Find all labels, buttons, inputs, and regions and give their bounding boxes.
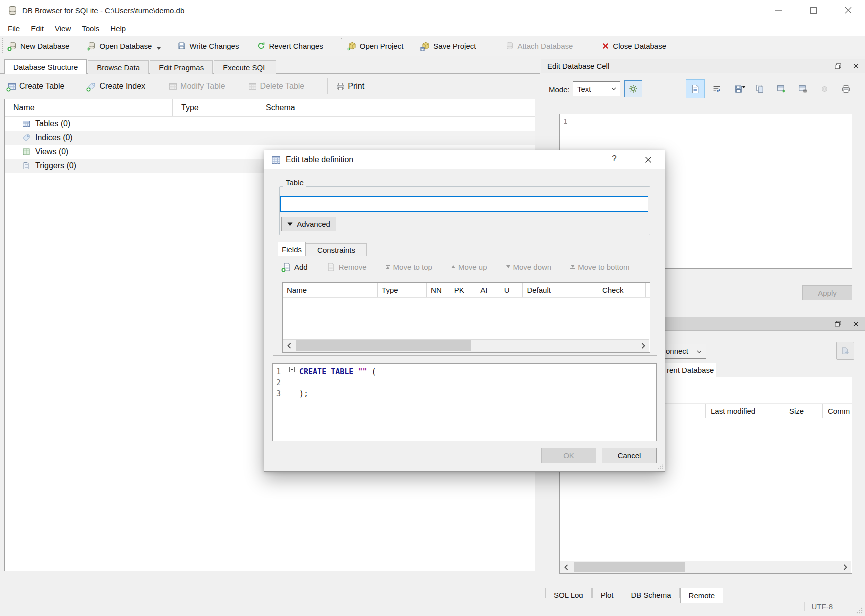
remote-column-commit[interactable]: Comm bbox=[822, 404, 852, 418]
new-database-button[interactable]: New Database bbox=[8, 42, 69, 50]
modify-table-button[interactable]: Modify Table bbox=[168, 82, 225, 91]
resize-grip-icon[interactable] bbox=[856, 607, 863, 614]
maximize-icon[interactable] bbox=[806, 3, 821, 18]
menu-edit[interactable]: Edit bbox=[25, 22, 49, 35]
column-header-schema[interactable]: Schema bbox=[257, 100, 535, 116]
remote-column-last-modified[interactable]: Last modified bbox=[705, 404, 784, 418]
tab-constraints[interactable]: Constraints bbox=[306, 244, 367, 256]
write-changes-button[interactable]: Write Changes bbox=[177, 42, 239, 50]
open-database-button[interactable]: Open Database bbox=[87, 42, 152, 50]
modify-table-label: Modify Table bbox=[180, 82, 225, 91]
remote-column-size[interactable]: Size bbox=[784, 404, 822, 418]
delete-table-button[interactable]: Delete Table bbox=[248, 82, 305, 91]
create-table-button[interactable]: Create Table bbox=[7, 82, 64, 91]
table-name-input[interactable] bbox=[280, 196, 648, 212]
triggers-icon bbox=[22, 162, 31, 170]
float-panel-icon[interactable] bbox=[834, 62, 842, 70]
apply-button[interactable]: Apply bbox=[802, 286, 852, 300]
scroll-right-icon[interactable] bbox=[637, 340, 649, 352]
attach-database-button[interactable]: Attach Database bbox=[505, 42, 573, 50]
cancel-button[interactable]: Cancel bbox=[602, 448, 657, 464]
write-changes-label: Write Changes bbox=[189, 42, 239, 50]
fields-column-pk[interactable]: PK bbox=[450, 283, 477, 298]
export-data-button[interactable] bbox=[772, 80, 791, 98]
column-header-name[interactable]: Name bbox=[5, 100, 173, 116]
fields-column-check[interactable]: Check bbox=[598, 283, 646, 298]
import-data-button[interactable] bbox=[729, 80, 748, 98]
remove-field-button[interactable]: Remove bbox=[327, 262, 367, 272]
fields-column-type[interactable]: Type bbox=[378, 283, 427, 298]
cancel-label: Cancel bbox=[618, 452, 641, 460]
copy-data-button[interactable] bbox=[750, 80, 769, 98]
advanced-button[interactable]: Advanced bbox=[281, 217, 336, 232]
add-field-button[interactable]: Add bbox=[282, 262, 308, 272]
print-button[interactable]: Print bbox=[336, 82, 364, 91]
open-project-button[interactable]: Open Project bbox=[348, 42, 404, 50]
main-tab-bar: Database Structure Browse Data Edit Prag… bbox=[4, 60, 277, 74]
auto-apply-toggle-button[interactable] bbox=[624, 80, 642, 98]
tree-item-indices[interactable]: Indices (0) bbox=[5, 131, 535, 145]
menu-tools[interactable]: Tools bbox=[76, 22, 105, 35]
dialog-resize-grip-icon[interactable] bbox=[657, 464, 663, 470]
encoding-selector[interactable]: UTF-8 bbox=[804, 602, 833, 611]
mode-select[interactable]: Text bbox=[573, 82, 620, 96]
word-wrap-button[interactable] bbox=[707, 80, 726, 98]
code-fold-icon[interactable] bbox=[289, 367, 295, 372]
open-database-dropdown-icon[interactable] bbox=[157, 48, 161, 50]
column-header-type[interactable]: Type bbox=[173, 100, 257, 116]
float-panel-icon[interactable] bbox=[834, 320, 842, 328]
close-panel-icon[interactable] bbox=[852, 62, 860, 70]
move-to-bottom-button[interactable]: Move to bottom bbox=[570, 263, 629, 272]
text-mode-button[interactable] bbox=[686, 80, 705, 98]
move-down-button[interactable]: Move down bbox=[506, 263, 552, 272]
dialog-title-bar[interactable]: Edit table definition ? bbox=[264, 150, 665, 170]
tab-database-structure[interactable]: Database Structure bbox=[4, 60, 87, 74]
dialog-close-icon[interactable] bbox=[642, 154, 655, 166]
open-project-icon bbox=[348, 42, 357, 50]
scroll-right-icon[interactable] bbox=[839, 562, 851, 573]
move-to-bottom-icon bbox=[570, 265, 575, 270]
open-in-app-button[interactable] bbox=[793, 80, 812, 98]
save-project-label: Save Project bbox=[433, 42, 476, 50]
fields-column-nn[interactable]: NN bbox=[427, 283, 450, 298]
menu-file[interactable]: File bbox=[2, 22, 25, 35]
revert-changes-button[interactable]: Revert Changes bbox=[257, 42, 323, 50]
tree-item-tables[interactable]: Tables (0) bbox=[5, 117, 535, 131]
fields-column-default[interactable]: Default bbox=[523, 283, 598, 298]
fields-column-name[interactable]: Name bbox=[283, 283, 378, 298]
fields-column-ai[interactable]: AI bbox=[476, 283, 500, 298]
create-index-button[interactable]: Create Index bbox=[87, 82, 145, 91]
remote-push-button[interactable] bbox=[836, 342, 854, 360]
close-window-icon[interactable] bbox=[841, 3, 856, 18]
ok-button[interactable]: OK bbox=[541, 448, 596, 464]
move-to-top-button[interactable]: Move to top bbox=[386, 263, 432, 272]
print-cell-button[interactable] bbox=[836, 80, 855, 98]
tab-fields[interactable]: Fields bbox=[278, 242, 306, 256]
move-up-button[interactable]: Move up bbox=[451, 263, 487, 272]
scroll-left-icon[interactable] bbox=[560, 562, 572, 573]
tab-edit-pragmas[interactable]: Edit Pragmas bbox=[150, 60, 213, 74]
fields-column-u[interactable]: U bbox=[500, 283, 523, 298]
toolbar-drag-handle[interactable] bbox=[2, 38, 5, 54]
tab-remote-label: Remote bbox=[689, 592, 715, 600]
dialog-help-button[interactable]: ? bbox=[608, 154, 620, 164]
close-database-button[interactable]: Close Database bbox=[601, 42, 666, 50]
sql-preview-editor[interactable]: 1 CREATE TABLE "" ( 2 3 ); bbox=[272, 364, 657, 442]
scrollbar-thumb[interactable] bbox=[574, 562, 685, 572]
chevron-down-icon bbox=[697, 350, 702, 354]
scrollbar-thumb[interactable] bbox=[296, 340, 471, 352]
tab-browse-data[interactable]: Browse Data bbox=[88, 60, 149, 74]
scroll-left-icon[interactable] bbox=[283, 340, 295, 352]
remote-horizontal-scrollbar[interactable] bbox=[560, 561, 851, 573]
close-panel-icon[interactable] bbox=[852, 320, 860, 328]
fields-tab-pane: Add Remove Move to top Move up bbox=[273, 256, 657, 356]
menu-help[interactable]: Help bbox=[105, 22, 131, 35]
app-window: DB Browser for SQLite - C:\Users\turne\d… bbox=[0, 0, 865, 616]
menu-view[interactable]: View bbox=[49, 22, 76, 35]
null-value-button[interactable] bbox=[815, 80, 834, 98]
minimize-icon[interactable] bbox=[771, 3, 786, 18]
save-project-button[interactable]: Save Project bbox=[421, 42, 476, 50]
fields-horizontal-scrollbar[interactable] bbox=[283, 340, 649, 352]
tab-remote[interactable]: Remote bbox=[680, 588, 724, 604]
tab-execute-sql[interactable]: Execute SQL bbox=[214, 60, 276, 74]
